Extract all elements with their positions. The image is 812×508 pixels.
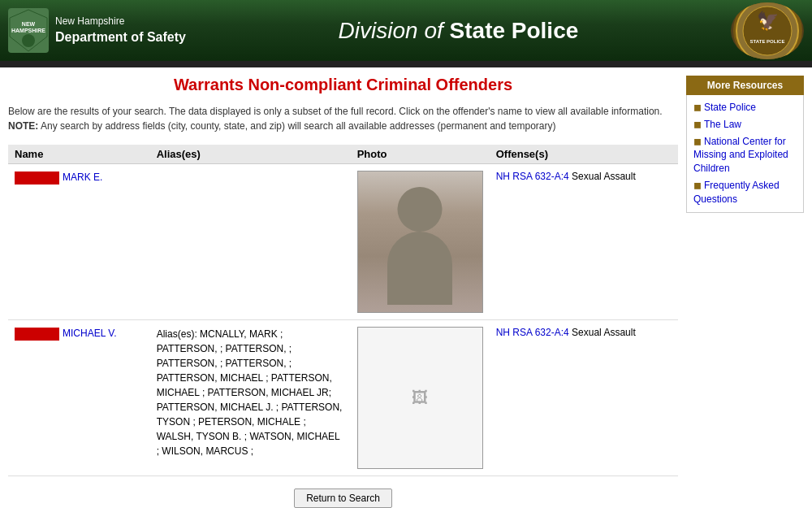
sidebar-body: ◼State Police◼The Law◼National Center fo… <box>686 95 804 213</box>
sidebar-bullet-icon: ◼ <box>693 180 702 191</box>
broken-image-icon: 🖼 <box>412 389 428 407</box>
photo-cell: 🖼 <box>351 320 490 476</box>
black-bar <box>0 61 812 67</box>
offense-text: Sexual Assault <box>569 327 636 338</box>
link-national-center[interactable]: ◼National Center for Missing and Exploit… <box>693 133 797 177</box>
return-button-row: Return to Search <box>8 476 678 508</box>
col-offenses: Offense(s) <box>490 145 678 164</box>
sidebar-bullet-icon: ◼ <box>693 102 702 113</box>
intro-note: Any search by address fields (city, coun… <box>41 120 556 132</box>
state-police-label: State Police <box>450 18 579 43</box>
sidebar: More Resources ◼State Police◼The Law◼Nat… <box>686 76 804 508</box>
nh-shield-icon: NEW HAMPSHIRE <box>8 8 49 53</box>
photo-cell <box>351 164 490 320</box>
svg-text:NEW: NEW <box>22 21 36 27</box>
intro-body: Below are the results of your search. Th… <box>8 106 663 117</box>
name-redacted <box>15 328 59 341</box>
return-to-search-button[interactable]: Return to Search <box>294 488 392 508</box>
link-faq[interactable]: ◼Frequently Asked Questions <box>693 177 797 208</box>
intro-note-label: NOTE: <box>8 120 38 132</box>
name-cell: MARK E. <box>8 164 150 320</box>
sidebar-bullet-icon: ◼ <box>693 119 702 130</box>
offense-cell: NH RSA 632-A:4 Sexual Assault <box>490 320 678 476</box>
offense-cell: NH RSA 632-A:4 Sexual Assault <box>490 164 678 320</box>
col-photo: Photo <box>351 145 490 164</box>
table-row: MICHAEL V.Alias(es): MCNALLY, MARK ; PAT… <box>8 320 678 476</box>
svg-text:🦅: 🦅 <box>757 10 780 32</box>
col-name: Name <box>8 145 150 164</box>
header-left: NEW HAMPSHIRE New Hampshire Department o… <box>8 8 186 53</box>
offender-photo <box>357 171 483 313</box>
header-title: Division of State Police <box>186 18 731 44</box>
offense-link[interactable]: NH RSA 632-A:4 <box>496 327 569 338</box>
name-redacted <box>15 172 59 185</box>
offense-text: Sexual Assault <box>569 171 636 182</box>
offenders-table: Name Alias(es) Photo Offense(s) MARK E.N… <box>8 145 678 476</box>
dept-text: New Hampshire Department of Safety <box>55 15 186 46</box>
col-aliases: Alias(es) <box>150 145 351 164</box>
alias-cell <box>150 164 351 320</box>
state-police-logo: 🦅 STATE POLICE <box>731 2 804 59</box>
link-state-police[interactable]: ◼State Police <box>693 99 797 116</box>
alias-cell: Alias(es): MCNALLY, MARK ; PATTERSON, ; … <box>150 320 351 476</box>
intro-text: Below are the results of your search. Th… <box>8 104 678 133</box>
photo-placeholder <box>358 171 482 313</box>
dept-label: Department of Safety <box>55 28 186 46</box>
offense-link[interactable]: NH RSA 632-A:4 <box>496 171 569 182</box>
division-label: Division of <box>339 18 443 43</box>
link-the-law[interactable]: ◼The Law <box>693 116 797 133</box>
content-panel: Warrants Non-compliant Criminal Offender… <box>8 76 678 508</box>
offender-name-link[interactable]: MARK E. <box>63 172 102 183</box>
logo-circle: 🦅 STATE POLICE <box>733 2 802 59</box>
main-content: Warrants Non-compliant Criminal Offender… <box>0 67 812 508</box>
page-header: NEW HAMPSHIRE New Hampshire Department o… <box>0 0 812 61</box>
nh-label: New Hampshire <box>55 15 186 28</box>
svg-text:STATE POLICE: STATE POLICE <box>750 39 785 44</box>
svg-point-3 <box>22 34 35 47</box>
page-title: Warrants Non-compliant Criminal Offender… <box>8 76 678 94</box>
sidebar-header: More Resources <box>686 76 804 95</box>
sidebar-bullet-icon: ◼ <box>693 136 702 147</box>
svg-text:HAMPSHIRE: HAMPSHIRE <box>11 28 45 33</box>
offender-name-link[interactable]: MICHAEL V. <box>63 328 116 339</box>
offender-photo-missing: 🖼 <box>357 327 483 469</box>
name-cell: MICHAEL V. <box>8 320 150 476</box>
table-row: MARK E.NH RSA 632-A:4 Sexual Assault <box>8 164 678 320</box>
